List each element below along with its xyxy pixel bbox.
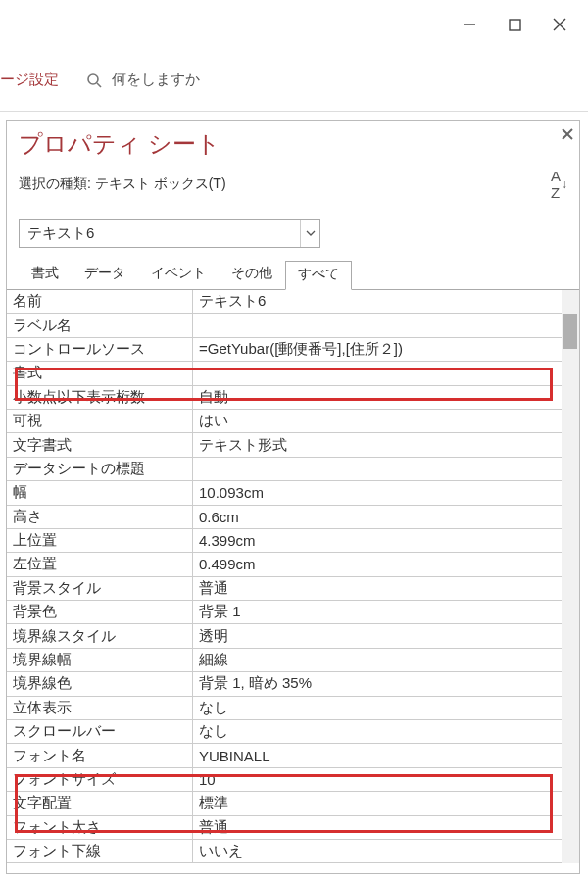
property-label: フォント下線 <box>7 840 193 862</box>
chevron-down-icon <box>300 220 319 247</box>
property-value[interactable]: 透明 <box>193 624 562 647</box>
property-value[interactable]: 普通 <box>193 816 562 839</box>
pane-close-button[interactable] <box>562 124 573 145</box>
property-value[interactable]: テキスト形式 <box>193 433 562 456</box>
property-label: 上位置 <box>7 529 193 552</box>
property-value[interactable]: 背景 1, 暗め 35% <box>193 672 562 695</box>
ribbon-tab-page-setup[interactable]: ージ設定 <box>0 71 59 89</box>
property-row[interactable]: 境界線スタイル透明 <box>7 624 562 648</box>
maximize-icon <box>509 19 521 31</box>
property-value[interactable]: 10.093cm <box>193 481 562 504</box>
property-label: 境界線幅 <box>7 649 193 671</box>
object-selector-dropdown[interactable]: テキスト6 <box>19 219 320 248</box>
property-value[interactable]: YUBINALL <box>193 744 562 766</box>
property-value[interactable]: 細線 <box>193 649 562 671</box>
selection-type-label: 選択の種類: テキスト ボックス(T) <box>19 175 226 193</box>
object-selector-value: テキスト6 <box>27 224 94 243</box>
property-row[interactable]: 小数点以下表示桁数自動 <box>7 386 562 410</box>
property-value[interactable] <box>193 314 562 336</box>
sort-button[interactable]: AZ↓ <box>551 168 567 201</box>
tab-event[interactable]: イベント <box>138 260 219 289</box>
maximize-button[interactable] <box>492 9 537 40</box>
property-label: ラベル名 <box>7 314 193 336</box>
search-placeholder: 何をしますか <box>112 71 200 89</box>
property-row[interactable]: フォント名YUBINALL <box>7 744 562 767</box>
tab-format[interactable]: 書式 <box>19 260 72 289</box>
property-label: 背景色 <box>7 601 193 623</box>
property-row[interactable]: 左位置0.499cm <box>7 553 562 576</box>
property-label: 幅 <box>7 481 193 504</box>
svg-rect-1 <box>510 20 520 30</box>
down-arrow-icon: ↓ <box>562 177 567 191</box>
minimize-icon <box>463 18 476 31</box>
property-row[interactable]: フォント太さ普通 <box>7 816 562 840</box>
property-row[interactable]: ラベル名 <box>7 314 562 337</box>
property-row[interactable]: フォントサイズ10 <box>7 768 562 792</box>
property-label: 背景スタイル <box>7 577 193 600</box>
property-value[interactable]: なし <box>193 697 562 719</box>
property-tabs: 書式 データ イベント その他 すべて <box>19 260 579 289</box>
property-row[interactable]: コントロールソース=GetYubar([郵便番号],[住所２]) <box>7 338 562 362</box>
property-value[interactable]: テキスト6 <box>193 290 562 313</box>
property-value[interactable]: 0.499cm <box>193 553 562 575</box>
property-row[interactable]: 文字書式テキスト形式 <box>7 433 562 457</box>
property-value[interactable]: 10 <box>193 768 562 791</box>
close-icon <box>562 128 573 140</box>
property-value[interactable]: なし <box>193 720 562 743</box>
property-value[interactable]: 4.399cm <box>193 529 562 552</box>
property-label: 境界線スタイル <box>7 624 193 647</box>
tab-data[interactable]: データ <box>72 260 138 289</box>
ribbon: ージ設定 何をしますか <box>0 49 588 112</box>
property-row[interactable]: 高さ0.6cm <box>7 506 562 529</box>
scrollbar-thumb[interactable] <box>564 314 577 349</box>
property-value[interactable] <box>193 458 562 480</box>
property-row[interactable]: 境界線色背景 1, 暗め 35% <box>7 672 562 696</box>
property-row[interactable]: 背景色背景 1 <box>7 601 562 624</box>
property-value[interactable]: いいえ <box>193 840 562 862</box>
property-row[interactable]: 文字配置標準 <box>7 792 562 815</box>
pane-title: プロパティ シート <box>7 121 579 166</box>
property-row[interactable]: 幅10.093cm <box>7 481 562 505</box>
property-label: 左位置 <box>7 553 193 575</box>
vertical-scrollbar[interactable] <box>562 289 579 863</box>
property-row[interactable]: スクロールバーなし <box>7 720 562 744</box>
svg-point-4 <box>88 74 98 84</box>
property-label: フォント名 <box>7 744 193 766</box>
property-row[interactable]: 書式 <box>7 362 562 385</box>
property-label: 立体表示 <box>7 697 193 719</box>
property-row[interactable]: データシートの標題 <box>7 458 562 481</box>
property-value[interactable]: =GetYubar([郵便番号],[住所２]) <box>193 338 562 361</box>
tab-other[interactable]: その他 <box>219 260 285 289</box>
property-label: 文字書式 <box>7 433 193 456</box>
property-label: 可視 <box>7 410 193 432</box>
property-row[interactable]: 上位置4.399cm <box>7 529 562 553</box>
window-titlebar <box>0 0 588 49</box>
property-row[interactable]: フォント下線いいえ <box>7 840 562 863</box>
property-label: 境界線色 <box>7 672 193 695</box>
property-label: 書式 <box>7 362 193 384</box>
property-row[interactable]: 境界線幅細線 <box>7 649 562 672</box>
property-row[interactable]: 可視はい <box>7 410 562 433</box>
svg-line-5 <box>97 83 101 87</box>
minimize-button[interactable] <box>447 9 492 40</box>
property-value[interactable] <box>193 362 562 384</box>
property-value[interactable]: はい <box>193 410 562 432</box>
property-row[interactable]: 背景スタイル普通 <box>7 577 562 601</box>
property-value[interactable]: 0.6cm <box>193 506 562 528</box>
property-label: 名前 <box>7 290 193 313</box>
tell-me-search[interactable]: 何をしますか <box>86 71 200 89</box>
close-window-button[interactable] <box>537 9 582 40</box>
property-label: スクロールバー <box>7 720 193 743</box>
property-row[interactable]: 名前テキスト6 <box>7 290 562 314</box>
property-label: 高さ <box>7 506 193 528</box>
search-icon <box>86 73 102 88</box>
tab-all[interactable]: すべて <box>285 261 352 290</box>
property-label: フォント太さ <box>7 816 193 839</box>
property-value[interactable]: 標準 <box>193 792 562 814</box>
property-value[interactable]: 背景 1 <box>193 601 562 623</box>
property-value[interactable]: 普通 <box>193 577 562 600</box>
property-label: 文字配置 <box>7 792 193 814</box>
property-value[interactable]: 自動 <box>193 386 562 409</box>
property-row[interactable]: 立体表示なし <box>7 697 562 720</box>
property-sheet-pane: プロパティ シート 選択の種類: テキスト ボックス(T) AZ↓ テキスト6 … <box>6 120 580 874</box>
